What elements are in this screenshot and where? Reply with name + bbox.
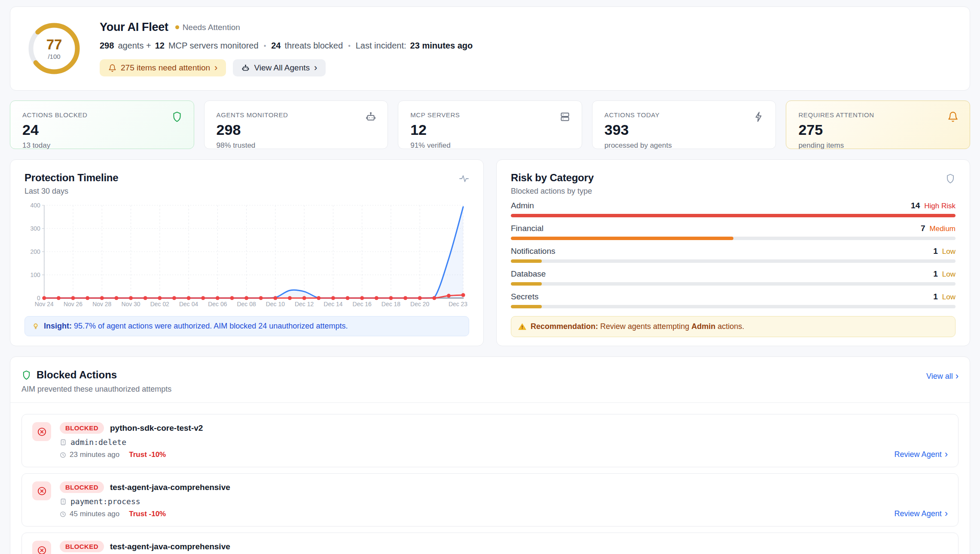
stat-card-requires-attention: REQUIRES ATTENTION 275 pending items	[786, 100, 970, 149]
svg-text:Dec 20: Dec 20	[410, 301, 429, 307]
status-label: Needs Attention	[183, 23, 240, 32]
risk-bar-fill	[511, 214, 956, 217]
robot-icon	[365, 111, 376, 122]
blocked-action-row: BLOCKED python-sdk-core-test-v2 admin:de…	[21, 414, 959, 467]
review-agent-link[interactable]: Review Agent ›	[895, 509, 948, 518]
risk-row-secrets: Secrets 1 Low	[511, 292, 956, 308]
stat-label: ACTIONS TODAY	[604, 111, 764, 119]
risk-level-badge: Low	[942, 247, 956, 256]
attention-button-label: 275 items need attention	[121, 63, 210, 73]
status-dot-icon	[175, 25, 179, 29]
risk-count: 1	[933, 247, 938, 256]
svg-text:Nov 24: Nov 24	[35, 301, 54, 307]
warning-icon	[518, 323, 526, 331]
svg-text:300: 300	[31, 225, 40, 232]
time-ago: 23 minutes ago	[70, 451, 119, 459]
risk-bar-track	[511, 282, 956, 286]
blocked-action-row: BLOCKED test-agent-java-comprehensive pa…	[21, 473, 959, 527]
svg-text:Dec 16: Dec 16	[353, 301, 372, 307]
stat-subtext: 13 today	[22, 141, 182, 150]
recommendation-banner: Recommendation: Review agents attempting…	[511, 316, 956, 337]
svg-text:Nov 28: Nov 28	[92, 301, 111, 307]
blocked-actions-title: Blocked Actions	[37, 369, 117, 381]
chevron-right-icon: ›	[314, 63, 317, 73]
risk-row-admin: Admin 14 High Risk	[511, 201, 956, 217]
stat-value: 393	[604, 122, 764, 137]
risk-by-category-panel: Risk by Category Blocked actions by type…	[496, 159, 970, 346]
svg-text:Dec 06: Dec 06	[208, 301, 227, 307]
items-need-attention-button[interactable]: 275 items need attention ›	[100, 59, 226, 76]
risk-row-database: Database 1 Low	[511, 269, 956, 286]
x-circle-icon	[32, 422, 51, 441]
svg-text:Dec 23: Dec 23	[449, 301, 467, 307]
review-agent-link[interactable]: Review Agent ›	[895, 450, 948, 459]
mcp-count: 12	[155, 41, 165, 51]
page-title: Your AI Fleet	[100, 21, 168, 34]
stat-card-agents-monitored: AGENTS MONITORED 298 98% trusted	[204, 100, 388, 149]
stat-value: 24	[22, 122, 182, 137]
chevron-right-icon: ›	[945, 450, 948, 459]
health-score-value: 77	[46, 37, 62, 52]
threats-count: 24	[271, 41, 281, 51]
agent-name: python-sdk-core-test-v2	[110, 423, 203, 433]
x-circle-icon	[32, 481, 51, 500]
bell-icon	[947, 111, 959, 122]
dot-separator: •	[263, 42, 268, 50]
blocked-actions-list: BLOCKED python-sdk-core-test-v2 admin:de…	[21, 414, 959, 554]
risk-category-label: Admin	[511, 201, 534, 210]
risk-bar-track	[511, 237, 956, 240]
bell-icon	[108, 64, 116, 72]
view-all-link[interactable]: View all ›	[926, 371, 959, 381]
risk-count: 14	[911, 201, 920, 210]
dashboard-page: 77 /100 Your AI Fleet Needs Attention 29…	[0, 0, 980, 554]
risk-rows: Admin 14 High Risk Financial 7 Medium	[511, 201, 956, 308]
bolt-icon	[753, 111, 764, 122]
x-circle-icon	[32, 541, 51, 554]
document-icon	[60, 498, 67, 505]
blocked-action-command: payment:process	[70, 497, 140, 506]
risk-count: 1	[933, 292, 938, 301]
health-score-max: /100	[48, 53, 60, 60]
blocked-action-command: admin:delete	[70, 438, 126, 447]
stat-card-actions-blocked: ACTIONS BLOCKED 24 13 today	[10, 100, 194, 149]
recommendation-label: Recommendation:	[531, 322, 598, 331]
stat-cards-row: ACTIONS BLOCKED 24 13 today AGENTS MONIT…	[10, 100, 970, 149]
blocked-badge: BLOCKED	[60, 422, 104, 434]
insight-text: 95.7% of agent actions were authorized. …	[74, 322, 348, 330]
risk-category-label: Financial	[511, 224, 543, 233]
svg-text:200: 200	[31, 248, 40, 255]
lightbulb-icon	[32, 323, 40, 330]
view-all-agents-button[interactable]: View All Agents ›	[233, 59, 326, 76]
svg-text:400: 400	[31, 202, 40, 209]
risk-level-badge: Low	[942, 293, 956, 301]
stat-label: MCP SERVERS	[410, 111, 570, 119]
view-agents-button-label: View All Agents	[254, 63, 310, 73]
risk-category-label: Secrets	[511, 292, 538, 301]
chevron-right-icon: ›	[945, 509, 948, 518]
svg-text:Nov 26: Nov 26	[64, 301, 82, 307]
svg-text:Nov 30: Nov 30	[122, 301, 140, 307]
risk-bar-fill	[511, 305, 542, 308]
risk-row-financial: Financial 7 Medium	[511, 224, 956, 240]
shield-icon	[945, 174, 956, 184]
trust-delta: Trust -10%	[129, 451, 166, 459]
clock-icon	[60, 452, 66, 458]
agent-name: test-agent-java-comprehensive	[110, 542, 230, 551]
risk-bar-track	[511, 305, 956, 308]
insight-banner: Insight: 95.7% of agent actions were aut…	[24, 316, 469, 336]
blocked-badge: BLOCKED	[60, 481, 104, 493]
svg-text:Dec 12: Dec 12	[295, 301, 314, 307]
protection-timeline-panel: Protection Timeline Last 30 days 0100200…	[10, 159, 484, 346]
svg-text:Dec 14: Dec 14	[324, 301, 342, 307]
risk-category-label: Notifications	[511, 247, 556, 256]
svg-text:Dec 04: Dec 04	[179, 301, 198, 307]
risk-count: 1	[933, 269, 938, 279]
svg-text:100: 100	[31, 271, 40, 278]
timeline-title: Protection Timeline	[24, 172, 118, 184]
trust-delta: Trust -10%	[129, 510, 166, 518]
blocked-action-row: BLOCKED test-agent-java-comprehensive ad…	[21, 533, 959, 554]
risk-bar-fill	[511, 259, 542, 263]
svg-text:Dec 08: Dec 08	[237, 301, 256, 307]
fleet-header-card: 77 /100 Your AI Fleet Needs Attention 29…	[10, 6, 970, 91]
server-icon	[559, 111, 571, 122]
